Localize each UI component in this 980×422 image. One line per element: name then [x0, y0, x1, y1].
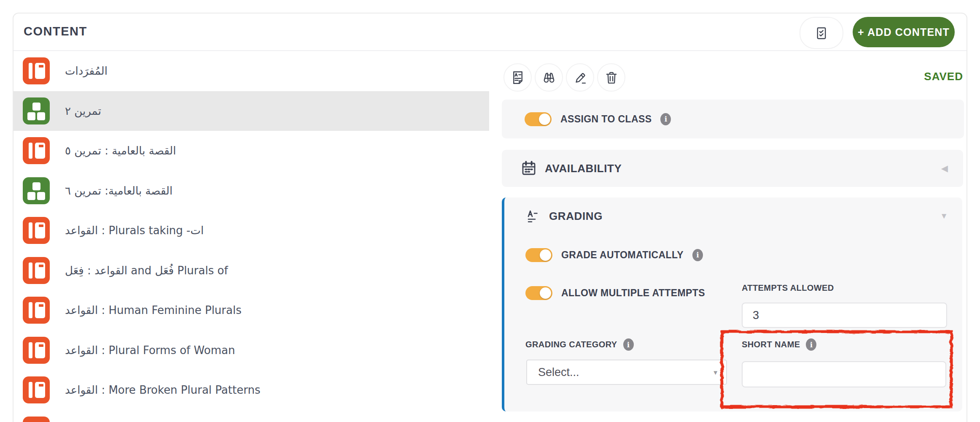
grading-title: GRADING: [549, 210, 603, 223]
content-item-title: القواعد : فِعَل and فُعَل Plurals of: [65, 251, 228, 291]
content-list-item[interactable]: القواعد : Plural Forms of Woman: [13, 330, 489, 371]
attempts-allowed-value: 3: [753, 309, 759, 322]
flashcards-icon: [23, 137, 50, 164]
grade-automatically-label: GRADE AUTOMATICALLY: [561, 249, 684, 261]
checklist-button[interactable]: [800, 17, 843, 49]
edit-button[interactable]: [566, 63, 594, 92]
attempts-allowed-label: ATTEMPTS ALLOWED: [742, 283, 834, 293]
grading-a-minus-icon: [525, 208, 541, 224]
content-list-item[interactable]: القواعد : Human Feminine Plurals: [13, 290, 489, 331]
select-caret-icon: ▼: [712, 369, 719, 376]
grade-automatically-toggle[interactable]: [525, 248, 552, 262]
assign-to-class-toggle[interactable]: [525, 112, 552, 126]
content-list-item[interactable]: تمرين ٢: [13, 91, 489, 132]
flashcards-icon: [23, 57, 50, 84]
delete-button[interactable]: [597, 63, 625, 92]
calendar-icon: [520, 160, 537, 177]
content-item-title: القواعد : Plurals taking -ات: [65, 211, 204, 251]
short-name-label-row: SHORT NAME i: [742, 338, 816, 351]
assign-to-class-row: ASSIGN TO CLASS i: [502, 100, 964, 138]
content-list-item[interactable]: القواعد : فِعَل and فُعَل Plurals of: [13, 251, 489, 292]
grading-category-label: GRADING CATEGORY: [525, 340, 617, 349]
availability-section-header[interactable]: AVAILABILITY ◀: [502, 150, 963, 187]
flashcards-icon: [23, 337, 50, 364]
saved-status-badge: SAVED: [886, 70, 963, 83]
clipboard-check-icon: [814, 26, 829, 40]
content-list-item[interactable]: القواعد : More Broken Plural Patterns: [13, 370, 489, 411]
grading-section: GRADING ▼ GRADE AUTOMATICALLY i ALLOW MU…: [502, 197, 962, 411]
assign-to-class-label: ASSIGN TO CLASS: [560, 114, 652, 125]
attempts-allowed-label-row: ATTEMPTS ALLOWED: [742, 282, 834, 294]
content-editor-screen: CONTENT + ADD CONTENT المُفرَدات تمرين ٢…: [0, 0, 980, 422]
binoculars-icon: [541, 70, 557, 85]
content-list-item[interactable]: القصة بالعامية : تمرين ٥: [13, 131, 489, 172]
content-item-title: القصة بالعامية: تمرين ٦: [65, 171, 172, 211]
grade-sheet-icon: [510, 70, 525, 85]
content-item-title: القواعد : More Broken Plural Patterns: [65, 370, 260, 410]
allow-multiple-attempts-row: ALLOW MULTIPLE ATTEMPTS: [525, 284, 705, 301]
content-list-item[interactable]: القصة بالعامية: تمرين ٦: [13, 171, 489, 212]
flashcards-icon: [23, 297, 50, 324]
blocks-icon: [23, 97, 50, 124]
add-content-button[interactable]: + ADD CONTENT: [853, 17, 955, 47]
highlighter-icon: [573, 70, 588, 85]
flashcards-icon: [23, 257, 50, 284]
collapse-indicator-icon[interactable]: ◀: [941, 163, 948, 173]
info-icon[interactable]: i: [692, 249, 703, 261]
short-name-label: SHORT NAME: [742, 340, 800, 349]
content-item-title: تمرين ٢: [65, 91, 101, 131]
allow-multiple-attempts-toggle[interactable]: [525, 286, 552, 300]
flashcards-icon: [23, 376, 50, 403]
attempts-allowed-input[interactable]: 3: [742, 303, 947, 328]
flashcards-icon: [23, 217, 50, 244]
info-icon[interactable]: i: [660, 113, 671, 125]
allow-multiple-attempts-label: ALLOW MULTIPLE ATTEMPTS: [561, 287, 705, 299]
grade-report-button[interactable]: [503, 63, 532, 92]
preview-button[interactable]: [535, 63, 563, 92]
content-item-title: القواعد : Human Feminine Plurals: [65, 290, 242, 330]
content-list-item[interactable]: [13, 410, 489, 422]
grading-category-label-row: GRADING CATEGORY i: [525, 338, 634, 351]
blocks-icon: [23, 177, 50, 204]
short-name-input[interactable]: [742, 361, 946, 387]
content-list-item[interactable]: المُفرَدات: [13, 51, 489, 92]
add-content-label: + ADD CONTENT: [858, 26, 950, 38]
page-title: CONTENT: [24, 24, 87, 38]
content-item-title: القصة بالعامية : تمرين ٥: [65, 131, 176, 171]
info-icon[interactable]: i: [806, 338, 816, 351]
availability-title: AVAILABILITY: [545, 162, 622, 175]
grading-category-value: Select...: [538, 366, 579, 379]
content-list-item[interactable]: القواعد : Plurals taking -ات: [13, 211, 489, 252]
content-item-title: القواعد : Plural Forms of Woman: [65, 330, 235, 371]
info-icon[interactable]: i: [623, 338, 634, 351]
trash-icon: [604, 70, 619, 85]
content-item-title: المُفرَدات: [65, 51, 108, 91]
grade-automatically-row: GRADE AUTOMATICALLY i: [525, 246, 703, 263]
expand-indicator-icon[interactable]: ▼: [940, 211, 948, 221]
flashcards-icon: [23, 417, 50, 422]
grading-section-header[interactable]: GRADING ▼: [504, 197, 962, 235]
grading-category-select[interactable]: Select... ▼: [526, 360, 727, 385]
